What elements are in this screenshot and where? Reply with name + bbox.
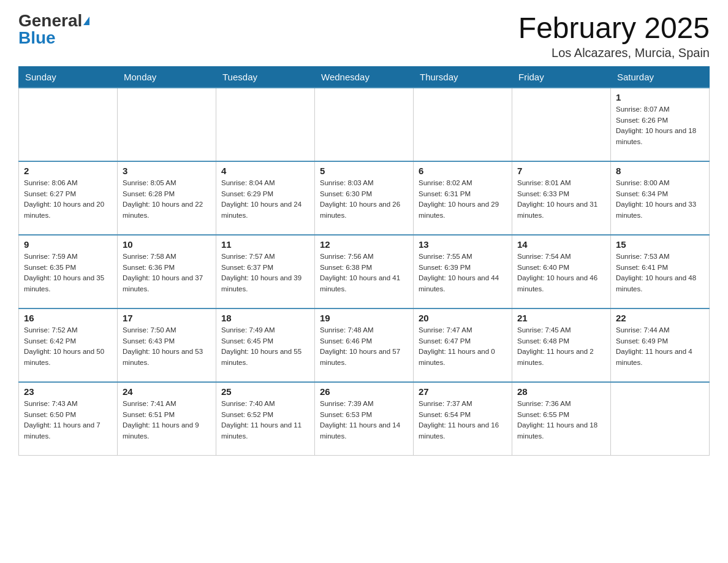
day-info: Sunrise: 7:53 AMSunset: 6:41 PMDaylight:… <box>616 251 704 295</box>
week-row-2: 2Sunrise: 8:06 AMSunset: 6:27 PMDaylight… <box>19 161 710 235</box>
column-header-tuesday: Tuesday <box>216 66 315 88</box>
calendar-cell: 18Sunrise: 7:49 AMSunset: 6:45 PMDayligh… <box>216 308 315 382</box>
day-number: 11 <box>221 239 309 250</box>
day-info: Sunrise: 7:39 AMSunset: 6:53 PMDaylight:… <box>320 399 408 442</box>
column-header-monday: Monday <box>118 66 216 88</box>
day-number: 15 <box>616 239 704 250</box>
day-number: 24 <box>123 386 211 397</box>
day-number: 25 <box>221 386 309 397</box>
calendar-cell: 14Sunrise: 7:54 AMSunset: 6:40 PMDayligh… <box>512 235 611 308</box>
calendar-cell: 23Sunrise: 7:43 AMSunset: 6:50 PMDayligh… <box>19 382 118 456</box>
day-info: Sunrise: 7:41 AMSunset: 6:51 PMDaylight:… <box>123 399 211 442</box>
day-number: 12 <box>320 239 408 250</box>
day-number: 6 <box>419 166 507 176</box>
day-info: Sunrise: 7:47 AMSunset: 6:47 PMDaylight:… <box>419 325 507 369</box>
day-number: 4 <box>221 166 309 176</box>
day-number: 13 <box>419 239 507 250</box>
day-info: Sunrise: 7:43 AMSunset: 6:50 PMDaylight:… <box>24 399 112 442</box>
calendar-cell: 22Sunrise: 7:44 AMSunset: 6:49 PMDayligh… <box>611 308 710 382</box>
day-number: 26 <box>320 386 408 397</box>
day-number: 8 <box>616 166 704 176</box>
day-info: Sunrise: 7:52 AMSunset: 6:42 PMDaylight:… <box>24 325 112 369</box>
day-number: 1 <box>616 92 704 102</box>
column-header-wednesday: Wednesday <box>315 66 414 88</box>
calendar-cell: 10Sunrise: 7:58 AMSunset: 6:36 PMDayligh… <box>118 235 216 308</box>
calendar-cell: 12Sunrise: 7:56 AMSunset: 6:38 PMDayligh… <box>315 235 414 308</box>
calendar-cell: 20Sunrise: 7:47 AMSunset: 6:47 PMDayligh… <box>414 308 512 382</box>
calendar-cell <box>512 88 611 161</box>
calendar-cell: 15Sunrise: 7:53 AMSunset: 6:41 PMDayligh… <box>611 235 710 308</box>
week-row-4: 16Sunrise: 7:52 AMSunset: 6:42 PMDayligh… <box>19 308 710 382</box>
calendar-cell: 27Sunrise: 7:37 AMSunset: 6:54 PMDayligh… <box>414 382 512 456</box>
calendar-cell <box>611 382 710 456</box>
calendar-cell <box>414 88 512 161</box>
calendar-cell <box>19 88 118 161</box>
calendar-cell: 2Sunrise: 8:06 AMSunset: 6:27 PMDaylight… <box>19 161 118 235</box>
day-number: 17 <box>123 313 211 323</box>
logo: General Blue <box>18 12 89 47</box>
day-number: 7 <box>517 166 605 176</box>
calendar-cell <box>315 88 414 161</box>
day-info: Sunrise: 7:40 AMSunset: 6:52 PMDaylight:… <box>221 399 309 442</box>
day-info: Sunrise: 8:04 AMSunset: 6:29 PMDaylight:… <box>221 178 309 221</box>
column-header-sunday: Sunday <box>19 66 118 88</box>
calendar-cell: 6Sunrise: 8:02 AMSunset: 6:31 PMDaylight… <box>414 161 512 235</box>
title-section: February 2025 Los Alcazares, Murcia, Spa… <box>518 12 710 60</box>
week-row-1: 1Sunrise: 8:07 AMSunset: 6:26 PMDaylight… <box>19 88 710 161</box>
day-info: Sunrise: 7:48 AMSunset: 6:46 PMDaylight:… <box>320 325 408 369</box>
logo-general-text: General <box>18 12 82 29</box>
day-info: Sunrise: 8:00 AMSunset: 6:34 PMDaylight:… <box>616 178 704 221</box>
day-number: 10 <box>123 239 211 250</box>
day-number: 19 <box>320 313 408 323</box>
column-header-thursday: Thursday <box>414 66 512 88</box>
day-info: Sunrise: 7:57 AMSunset: 6:37 PMDaylight:… <box>221 251 309 295</box>
day-number: 3 <box>123 166 211 176</box>
day-info: Sunrise: 8:06 AMSunset: 6:27 PMDaylight:… <box>24 178 112 221</box>
calendar-cell <box>216 88 315 161</box>
calendar-header-row: SundayMondayTuesdayWednesdayThursdayFrid… <box>19 66 710 88</box>
day-info: Sunrise: 7:45 AMSunset: 6:48 PMDaylight:… <box>517 325 605 369</box>
calendar-cell: 9Sunrise: 7:59 AMSunset: 6:35 PMDaylight… <box>19 235 118 308</box>
day-info: Sunrise: 7:58 AMSunset: 6:36 PMDaylight:… <box>123 251 211 295</box>
calendar-cell: 17Sunrise: 7:50 AMSunset: 6:43 PMDayligh… <box>118 308 216 382</box>
day-number: 20 <box>419 313 507 323</box>
calendar-cell <box>118 88 216 161</box>
day-info: Sunrise: 8:02 AMSunset: 6:31 PMDaylight:… <box>419 178 507 221</box>
day-info: Sunrise: 7:49 AMSunset: 6:45 PMDaylight:… <box>221 325 309 369</box>
calendar-cell: 26Sunrise: 7:39 AMSunset: 6:53 PMDayligh… <box>315 382 414 456</box>
calendar-cell: 24Sunrise: 7:41 AMSunset: 6:51 PMDayligh… <box>118 382 216 456</box>
page-header: General Blue February 2025 Los Alcazares… <box>18 12 710 60</box>
calendar-cell: 25Sunrise: 7:40 AMSunset: 6:52 PMDayligh… <box>216 382 315 456</box>
day-info: Sunrise: 8:01 AMSunset: 6:33 PMDaylight:… <box>517 178 605 221</box>
day-info: Sunrise: 8:07 AMSunset: 6:26 PMDaylight:… <box>616 104 704 148</box>
day-info: Sunrise: 7:55 AMSunset: 6:39 PMDaylight:… <box>419 251 507 295</box>
day-number: 16 <box>24 313 112 323</box>
week-row-3: 9Sunrise: 7:59 AMSunset: 6:35 PMDaylight… <box>19 235 710 308</box>
day-number: 14 <box>517 239 605 250</box>
day-number: 18 <box>221 313 309 323</box>
day-number: 5 <box>320 166 408 176</box>
day-info: Sunrise: 7:56 AMSunset: 6:38 PMDaylight:… <box>320 251 408 295</box>
calendar-cell: 7Sunrise: 8:01 AMSunset: 6:33 PMDaylight… <box>512 161 611 235</box>
day-number: 21 <box>517 313 605 323</box>
day-info: Sunrise: 8:03 AMSunset: 6:30 PMDaylight:… <box>320 178 408 221</box>
calendar-cell: 11Sunrise: 7:57 AMSunset: 6:37 PMDayligh… <box>216 235 315 308</box>
column-header-saturday: Saturday <box>611 66 710 88</box>
day-number: 9 <box>24 239 112 250</box>
day-number: 22 <box>616 313 704 323</box>
column-header-friday: Friday <box>512 66 611 88</box>
location-text: Los Alcazares, Murcia, Spain <box>518 46 710 60</box>
calendar-cell: 8Sunrise: 8:00 AMSunset: 6:34 PMDaylight… <box>611 161 710 235</box>
calendar-cell: 16Sunrise: 7:52 AMSunset: 6:42 PMDayligh… <box>19 308 118 382</box>
calendar-table: SundayMondayTuesdayWednesdayThursdayFrid… <box>18 66 710 456</box>
calendar-cell: 3Sunrise: 8:05 AMSunset: 6:28 PMDaylight… <box>118 161 216 235</box>
day-number: 23 <box>24 386 112 397</box>
logo-blue-text: Blue <box>18 29 56 47</box>
calendar-cell: 21Sunrise: 7:45 AMSunset: 6:48 PMDayligh… <box>512 308 611 382</box>
calendar-cell: 19Sunrise: 7:48 AMSunset: 6:46 PMDayligh… <box>315 308 414 382</box>
week-row-5: 23Sunrise: 7:43 AMSunset: 6:50 PMDayligh… <box>19 382 710 456</box>
day-info: Sunrise: 7:59 AMSunset: 6:35 PMDaylight:… <box>24 251 112 295</box>
day-number: 28 <box>517 386 605 397</box>
logo-triangle-icon <box>83 17 89 25</box>
day-number: 27 <box>419 386 507 397</box>
